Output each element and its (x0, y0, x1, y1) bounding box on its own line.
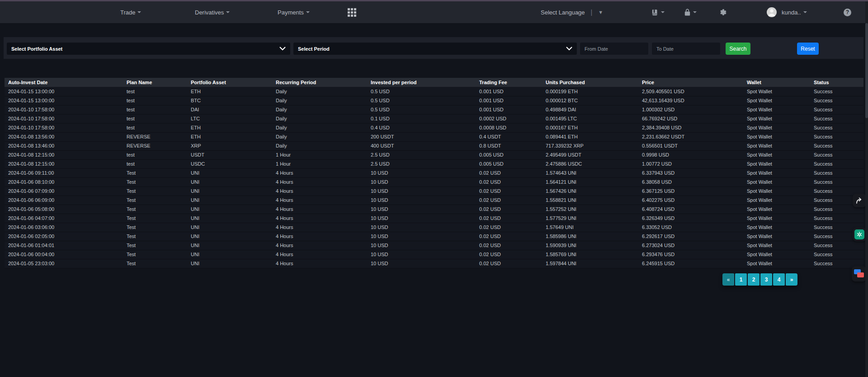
table-cell: 6.38058 USD (638, 177, 743, 186)
table-cell: 2024-01-06 00:04:00 (5, 250, 123, 259)
to-date-input[interactable]: To Date (652, 43, 720, 55)
table-row: 2024-01-06 03:06:00TestUNI4 Hours10 USD0… (5, 223, 863, 232)
table-cell: Spot Wallet (743, 186, 810, 196)
pagination-prev-button[interactable]: « (722, 273, 734, 286)
chevron-down-icon (661, 11, 665, 13)
table-cell: Spot Wallet (743, 168, 810, 177)
table-cell: 1.567426 UNI (542, 186, 638, 196)
nav-menu-trade[interactable]: Trade (120, 1, 141, 23)
table-cell: 1 Hour (272, 150, 367, 159)
table-cell: 400 USDT (367, 141, 476, 150)
table-cell: UNI (187, 168, 272, 177)
table-cell: 10 USD (367, 223, 476, 232)
table-cell: 0.000167 ETH (542, 123, 638, 132)
table-cell: 2024-01-05 23:03:00 (5, 259, 123, 268)
table-cell: 1.558821 UNI (542, 196, 638, 205)
table-cell: ETH (187, 132, 272, 141)
column-header-trading-fee: Trading Fee (476, 78, 542, 87)
portfolio-asset-select[interactable]: Select Portfolio Asset (7, 43, 290, 55)
table-cell: Success (810, 96, 863, 105)
table-cell: REVERSE (123, 141, 187, 150)
user-menu[interactable]: kunda.. (767, 1, 807, 23)
table-cell: 2024-01-08 13:46:00 (5, 141, 123, 150)
table-cell: 0.02 USD (476, 241, 542, 250)
table-cell: Test (123, 250, 187, 259)
table-cell: test (123, 114, 187, 123)
table-row: 2024-01-08 12:15:00testUSDC1 Hour2.5 USD… (5, 159, 863, 168)
table-cell: 1.590939 UNI (542, 241, 638, 250)
from-date-input[interactable]: From Date (580, 43, 648, 55)
table-cell: 0.4 USDT (476, 132, 542, 141)
pagination-page-4[interactable]: 4 (773, 273, 785, 286)
table-cell: XRP (187, 141, 272, 150)
table-cell: 10 USD (367, 241, 476, 250)
table-cell: 4 Hours (272, 177, 367, 186)
pagination-page-2[interactable]: 2 (748, 273, 760, 286)
table-cell: Spot Wallet (743, 214, 810, 223)
table-header-row: Auto-Invest DatePlan NamePortfolio Asset… (5, 78, 863, 87)
search-button[interactable]: Search (726, 43, 750, 55)
security-menu[interactable] (684, 1, 697, 23)
table-cell: 4 Hours (272, 223, 367, 232)
table-cell: 0.498849 DAI (542, 105, 638, 114)
table-cell: 1.564121 UNI (542, 177, 638, 186)
table-cell: 4 Hours (272, 214, 367, 223)
help-button[interactable]: ? (844, 1, 851, 23)
table-cell: 42,613.16439 USD (638, 96, 743, 105)
period-select[interactable]: Select Period (293, 43, 577, 55)
user-name: kunda.. (782, 9, 801, 16)
table-cell: Test (123, 177, 187, 186)
table-cell: 1.597844 UNI (542, 259, 638, 268)
share-arrow-icon (855, 196, 863, 205)
table-row: 2024-01-06 00:04:00TestUNI4 Hours10 USD0… (5, 250, 863, 259)
pagination-page-1[interactable]: 1 (735, 273, 747, 286)
table-cell: UNI (187, 241, 272, 250)
table-cell: 200 USDT (367, 132, 476, 141)
table-row: 2024-01-06 08:10:00TestUNI4 Hours10 USD0… (5, 177, 863, 186)
lock-icon (684, 9, 691, 16)
auto-invest-history-table: Auto-Invest DatePlan NamePortfolio Asset… (5, 78, 863, 268)
table-cell: 2024-01-06 01:04:01 (5, 241, 123, 250)
apps-grid-button[interactable] (348, 1, 356, 23)
table-cell: 4 Hours (272, 250, 367, 259)
table-cell: 0.0008 USD (476, 123, 542, 132)
share-widget-button[interactable] (853, 194, 866, 207)
table-cell: Daily (272, 105, 367, 114)
chat-widget-button[interactable] (852, 266, 866, 282)
chatgpt-widget-button[interactable] (853, 228, 866, 241)
settings-button[interactable] (720, 1, 727, 23)
table-cell: 10 USD (367, 259, 476, 268)
table-cell: Test (123, 196, 187, 205)
separator: | (591, 9, 593, 16)
table-cell: 0.005 USD (476, 159, 542, 168)
table-cell: Daily (272, 132, 367, 141)
nav-menu-derivatives[interactable]: Derivatives (195, 1, 230, 23)
table-cell: UNI (187, 250, 272, 259)
pagination-page-3[interactable]: 3 (760, 273, 772, 286)
pagination-next-button[interactable]: » (786, 273, 797, 286)
scrollbar-thumb[interactable] (865, 23, 868, 118)
table-cell: USDT (187, 150, 272, 159)
column-header-portfolio-asset: Portfolio Asset (187, 78, 272, 87)
apps-grid-icon (348, 8, 356, 17)
table-row: 2024-01-06 04:07:00TestUNI4 Hours10 USD0… (5, 214, 863, 223)
help-icon: ? (844, 9, 851, 16)
table-cell: test (123, 96, 187, 105)
table-cell: 2024-01-08 12:15:00 (5, 150, 123, 159)
wallet-menu[interactable] (651, 1, 665, 23)
table-cell: 6.367125 USD (638, 186, 743, 196)
language-selector[interactable]: Select Language | ▼ (541, 1, 603, 23)
nav-menu-payments[interactable]: Payments (278, 1, 310, 23)
table-cell: 4 Hours (272, 205, 367, 214)
table-row: 2024-01-08 12:15:00testUSDT1 Hour2.5 USD… (5, 150, 863, 159)
reset-button[interactable]: Reset (797, 43, 819, 55)
table-cell: Success (810, 141, 863, 150)
table-cell: Daily (272, 96, 367, 105)
table-cell: 2024-01-06 03:06:00 (5, 223, 123, 232)
table-cell: Success (810, 105, 863, 114)
table-cell: 10 USD (367, 186, 476, 196)
table-cell: 2.5 USD (367, 150, 476, 159)
table-cell: Success (810, 150, 863, 159)
table-cell: Spot Wallet (743, 223, 810, 232)
scrollbar-track[interactable] (865, 1, 868, 377)
